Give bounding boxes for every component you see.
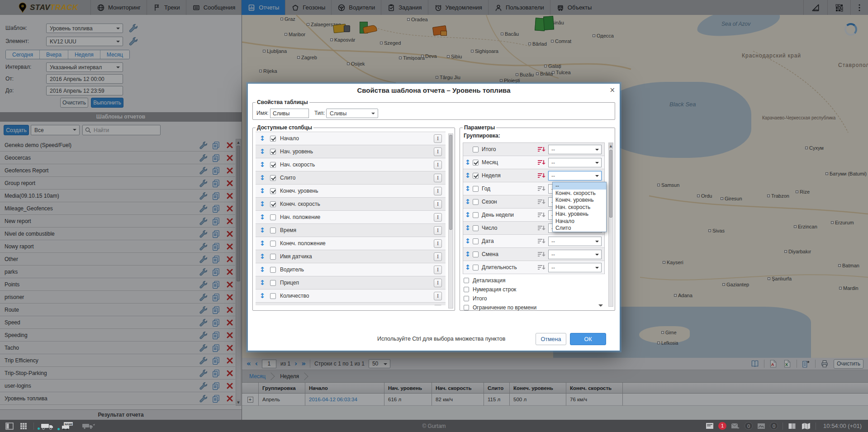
- extra-option-checkbox[interactable]: [464, 296, 469, 301]
- grouping-checkbox[interactable]: [473, 265, 479, 271]
- move-updown-icon[interactable]: [259, 305, 266, 305]
- column-row[interactable]: Начало I: [256, 132, 446, 145]
- column-checkbox[interactable]: [270, 201, 276, 207]
- column-row[interactable]: Конеч. положение I: [256, 237, 446, 250]
- move-updown-icon[interactable]: [259, 147, 266, 156]
- grouping-checkbox[interactable]: [473, 212, 479, 218]
- extra-option-checkbox[interactable]: [464, 287, 469, 292]
- move-updown-icon[interactable]: [465, 237, 471, 245]
- rename-column-button[interactable]: I: [434, 279, 442, 287]
- grouping-sort-select[interactable]: --: [548, 237, 602, 246]
- sort-order-icon[interactable]: [538, 199, 545, 205]
- extra-option-row[interactable]: Ограничение по времени: [464, 304, 603, 312]
- move-updown-icon[interactable]: [465, 250, 471, 258]
- column-checkbox[interactable]: [270, 293, 276, 299]
- rename-column-button[interactable]: I: [434, 200, 442, 209]
- grouping-checkbox[interactable]: [473, 225, 479, 231]
- dropdown-option[interactable]: Нач. скорость: [553, 204, 606, 211]
- grouping-checkbox[interactable]: [473, 252, 479, 257]
- extra-option-row[interactable]: Нумерация строк: [464, 285, 603, 294]
- move-updown-icon[interactable]: [465, 224, 471, 232]
- sort-order-icon[interactable]: [538, 160, 545, 166]
- move-updown-icon[interactable]: [259, 161, 266, 169]
- map-source-icon[interactable]: [801, 423, 811, 430]
- grouping-checkbox[interactable]: [473, 173, 479, 179]
- move-updown-icon[interactable]: [259, 174, 266, 182]
- move-updown-icon[interactable]: [259, 279, 266, 287]
- column-checkbox[interactable]: [270, 241, 276, 247]
- grouping-checkbox[interactable]: [473, 186, 479, 192]
- extra-option-row[interactable]: Детализация: [464, 276, 603, 285]
- extra-option-checkbox[interactable]: [464, 278, 469, 283]
- move-updown-icon[interactable]: [259, 239, 266, 247]
- move-updown-icon[interactable]: [259, 252, 266, 261]
- cancel-button[interactable]: Отмена: [536, 333, 566, 345]
- column-checkbox[interactable]: [270, 162, 276, 168]
- move-updown-icon[interactable]: [259, 213, 266, 221]
- grouping-checkbox[interactable]: [473, 147, 479, 152]
- move-updown-icon[interactable]: [465, 198, 471, 206]
- rename-column-button[interactable]: I: [434, 226, 442, 235]
- grouping-row[interactable]: Дата --: [463, 235, 604, 248]
- dropdown-option[interactable]: Конеч. скорость: [553, 190, 606, 197]
- ok-button[interactable]: ОК: [570, 333, 606, 345]
- sort-order-icon[interactable]: [538, 147, 545, 153]
- table-name-input[interactable]: [270, 109, 309, 118]
- grouping-checkbox[interactable]: [473, 160, 479, 166]
- rename-column-button[interactable]: I: [434, 174, 442, 182]
- grouping-row[interactable]: Смена --: [463, 248, 604, 261]
- move-updown-icon[interactable]: [259, 200, 266, 208]
- grouping-sort-select[interactable]: --: [548, 171, 602, 180]
- column-checkbox[interactable]: [270, 175, 276, 181]
- column-checkbox[interactable]: [270, 280, 276, 286]
- column-checkbox[interactable]: [270, 228, 276, 233]
- move-updown-icon[interactable]: [465, 185, 471, 193]
- dropdown-option[interactable]: Слито: [553, 224, 606, 232]
- move-updown-icon[interactable]: [259, 226, 266, 234]
- table-type-select[interactable]: Сливы: [326, 109, 378, 118]
- grouping-row[interactable]: Месяц --: [463, 156, 604, 169]
- close-icon[interactable]: ×: [609, 86, 615, 94]
- columns-scrollbar[interactable]: [448, 133, 453, 309]
- move-updown-icon[interactable]: [259, 134, 266, 142]
- dropdown-option[interactable]: --: [553, 182, 606, 190]
- grouping-sort-select[interactable]: --: [548, 158, 602, 167]
- column-row[interactable]: Конеч. уровень I: [256, 185, 446, 198]
- sort-order-icon[interactable]: [538, 225, 545, 232]
- column-row[interactable]: Счетчик I: [256, 303, 446, 305]
- grouping-row[interactable]: Длительность --: [463, 261, 604, 274]
- grouping-sort-select[interactable]: --: [548, 250, 602, 259]
- sort-order-icon[interactable]: [538, 173, 545, 179]
- column-checkbox[interactable]: [270, 214, 276, 220]
- scroll-up-icon[interactable]: ▲: [609, 143, 613, 149]
- rename-column-button[interactable]: I: [434, 161, 442, 169]
- grouping-row[interactable]: Итого --: [463, 143, 604, 156]
- move-updown-icon[interactable]: [465, 171, 471, 180]
- sort-order-icon[interactable]: [538, 252, 545, 258]
- column-row[interactable]: Нач. уровень I: [256, 145, 446, 158]
- column-row[interactable]: Конеч. скорость I: [256, 198, 446, 211]
- dropdown-option[interactable]: Нач. уровень: [553, 210, 606, 218]
- column-checkbox[interactable]: [270, 267, 276, 273]
- rename-column-button[interactable]: I: [434, 147, 442, 156]
- grouping-checkbox[interactable]: [473, 199, 479, 205]
- parameters-scrollbar[interactable]: ▲: [608, 142, 613, 307]
- driver-messages-icon[interactable]: [731, 423, 740, 429]
- rename-column-button[interactable]: I: [434, 252, 442, 261]
- column-checkbox[interactable]: [270, 254, 276, 260]
- move-updown-icon[interactable]: [465, 211, 471, 219]
- move-updown-icon[interactable]: [259, 266, 266, 274]
- rename-column-button[interactable]: I: [434, 266, 442, 274]
- sort-order-icon[interactable]: [538, 212, 545, 218]
- sort-order-icon[interactable]: [538, 265, 545, 271]
- grouping-row[interactable]: Неделя --: [463, 169, 604, 182]
- grouping-checkbox[interactable]: [473, 238, 479, 244]
- more-options-arrow-icon[interactable]: [598, 304, 603, 309]
- move-updown-icon[interactable]: [465, 158, 471, 166]
- extra-option-row[interactable]: Итого: [464, 294, 603, 303]
- sort-order-icon[interactable]: [538, 238, 545, 245]
- rename-column-button[interactable]: I: [434, 213, 442, 222]
- notifications-log-icon[interactable]: [706, 423, 714, 429]
- rename-column-button[interactable]: I: [434, 305, 442, 305]
- move-updown-icon[interactable]: [465, 263, 471, 271]
